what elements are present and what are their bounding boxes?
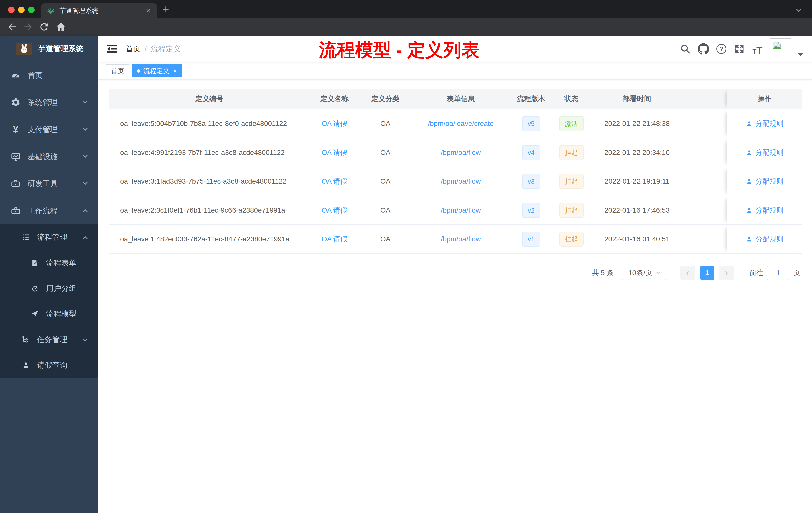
- version-badge: v5: [522, 116, 540, 131]
- assign-rule-button[interactable]: 分配规则: [746, 234, 783, 244]
- form-link[interactable]: /bpm/oa/flow: [441, 235, 481, 243]
- col-header-name: 定义名称: [310, 89, 359, 109]
- assign-rule-button[interactable]: 分配规则: [746, 148, 783, 157]
- sidebar-item-label: 任务管理: [37, 335, 67, 345]
- window-zoom-button[interactable]: [28, 6, 35, 13]
- robot-face-icon: [30, 283, 40, 293]
- sidebar-item-home[interactable]: 首页: [0, 62, 98, 89]
- definition-name-link[interactable]: OA 请假: [322, 177, 348, 186]
- chevron-down-icon: [83, 99, 88, 104]
- tag-process-definition[interactable]: 流程定义 ×: [132, 64, 181, 77]
- app-navbar: 首页 / 流程定义 流程模型 - 定义列表 ?: [98, 36, 812, 62]
- table-row: oa_leave:3:1fad3d93-7b75-11ec-a3c8-acde4…: [109, 167, 802, 196]
- tab-search-chevron-icon[interactable]: [796, 6, 802, 12]
- sidebar-item-label: 工作流程: [28, 206, 58, 216]
- back-icon[interactable]: [6, 21, 18, 32]
- goto-label: 前往: [749, 268, 763, 278]
- tag-close-icon[interactable]: ×: [173, 67, 176, 74]
- status-badge: 激活: [559, 116, 583, 131]
- col-header-form: 表单信息: [412, 89, 510, 109]
- home-icon[interactable]: [55, 21, 66, 32]
- window-close-button[interactable]: [8, 6, 14, 13]
- goto-page-input[interactable]: [767, 266, 789, 280]
- page-unit-label: 页: [793, 268, 801, 278]
- reload-icon[interactable]: [39, 21, 50, 32]
- user-icon: [746, 149, 753, 156]
- plant-favicon-icon: [47, 6, 55, 15]
- avatar-dropdown-caret-icon[interactable]: [798, 53, 804, 57]
- table-row: oa_leave:2:3c1f0ef1-76b1-11ec-9c66-a2380…: [109, 196, 802, 225]
- status-badge: 挂起: [559, 232, 583, 247]
- form-link[interactable]: /bpm/oa/flow: [441, 149, 481, 157]
- form-link[interactable]: /bpm/oa/leave/create: [428, 120, 494, 128]
- sidebar-item-process-form[interactable]: 流程表单: [0, 250, 98, 276]
- new-tab-button[interactable]: +: [163, 3, 169, 14]
- sidebar-item-process-model[interactable]: 流程模型: [0, 301, 98, 327]
- browser-tab-strip: 芋道管理系统 × +: [0, 0, 812, 18]
- fullscreen-icon[interactable]: [734, 43, 745, 55]
- sidebar-item-label: 首页: [28, 70, 43, 81]
- sidebar: 芋道管理系统 首页 系统管理: [0, 36, 98, 513]
- yen-icon: ¥: [10, 124, 21, 135]
- window-minimize-button[interactable]: [18, 6, 25, 13]
- user-icon: [746, 236, 753, 243]
- definition-name-link[interactable]: OA 请假: [322, 119, 348, 128]
- sidebar-item-label: 支付管理: [28, 124, 58, 135]
- current-page-button[interactable]: 1: [700, 266, 714, 280]
- col-header-category: 定义分类: [359, 89, 412, 109]
- cell-category: OA: [359, 110, 412, 138]
- version-badge: v3: [522, 174, 540, 189]
- sidebar-item-leave-query[interactable]: 请假查询: [0, 352, 98, 378]
- next-page-button[interactable]: ›: [719, 266, 734, 280]
- tag-home[interactable]: 首页: [106, 64, 129, 77]
- sidebar-item-label: 请假查询: [37, 360, 67, 370]
- cell-definition-id: oa_leave:3:1fad3d93-7b75-11ec-a3c8-acde4…: [109, 167, 310, 195]
- breadcrumb-home[interactable]: 首页: [125, 44, 141, 54]
- avatar[interactable]: [770, 38, 791, 59]
- chevron-down-icon: [83, 153, 88, 158]
- sidebar-toggle-icon[interactable]: [106, 43, 117, 55]
- sidebar-item-infrastructure[interactable]: 基础设施: [0, 143, 98, 170]
- cell-definition-id: oa_leave:2:3c1f0ef1-76b1-11ec-9c66-a2380…: [109, 196, 310, 224]
- chevron-up-icon: [83, 236, 88, 241]
- version-badge: v2: [522, 203, 540, 218]
- status-badge: 挂起: [559, 145, 583, 160]
- form-link[interactable]: /bpm/oa/flow: [441, 177, 481, 185]
- assign-rule-button[interactable]: 分配规则: [746, 177, 783, 186]
- font-size-icon[interactable]: TT: [752, 43, 763, 55]
- sidebar-item-process-management[interactable]: 流程管理: [0, 224, 98, 250]
- browser-tab[interactable]: 芋道管理系统 ×: [41, 3, 157, 18]
- sidebar-item-label: 流程模型: [46, 309, 76, 319]
- sidebar-item-task-management[interactable]: 任务管理: [0, 327, 98, 352]
- definition-name-link[interactable]: OA 请假: [322, 234, 348, 244]
- table-row: oa_leave:1:482ec033-762a-11ec-8477-a2380…: [109, 225, 802, 254]
- github-icon[interactable]: [697, 43, 709, 55]
- chevron-down-icon: [83, 180, 88, 185]
- sidebar-item-system[interactable]: 系统管理: [0, 89, 98, 116]
- main-content: 定义编号 定义名称 定义分类 表单信息 流程版本 状态 部署时间 操作 oa_l…: [98, 80, 812, 513]
- col-header-status: 状态: [552, 89, 590, 109]
- list-icon: [21, 233, 31, 242]
- user-icon: [746, 120, 753, 127]
- form-link[interactable]: /bpm/oa/flow: [441, 206, 481, 214]
- sidebar-item-payment[interactable]: ¥ 支付管理: [0, 116, 98, 143]
- sidebar-item-workflow[interactable]: 工作流程: [0, 197, 98, 224]
- page-size-select[interactable]: 10条/页: [622, 266, 666, 280]
- active-tag-dot: [137, 69, 140, 72]
- cell-deploy-time: 2022-01-16 01:40:51: [590, 225, 684, 253]
- assign-rule-button[interactable]: 分配规则: [746, 119, 783, 128]
- forward-icon[interactable]: [23, 21, 34, 32]
- help-icon[interactable]: ?: [716, 43, 727, 55]
- tab-close-icon[interactable]: ×: [145, 6, 152, 14]
- prev-page-button[interactable]: ‹: [680, 266, 695, 280]
- definition-name-link[interactable]: OA 请假: [322, 206, 348, 215]
- sidebar-item-dev-tools[interactable]: 研发工具: [0, 170, 98, 197]
- cell-definition-id: oa_leave:5:004b710b-7b8a-11ec-8ef0-acde4…: [109, 110, 310, 138]
- sidebar-item-user-group[interactable]: 用户分组: [0, 276, 98, 301]
- search-icon[interactable]: [679, 43, 691, 55]
- cell-definition-id: oa_leave:1:482ec033-762a-11ec-8477-a2380…: [109, 225, 310, 253]
- definition-name-link[interactable]: OA 请假: [322, 148, 348, 157]
- form-icon: [30, 258, 40, 268]
- paper-plane-icon: [30, 309, 40, 319]
- assign-rule-button[interactable]: 分配规则: [746, 206, 783, 215]
